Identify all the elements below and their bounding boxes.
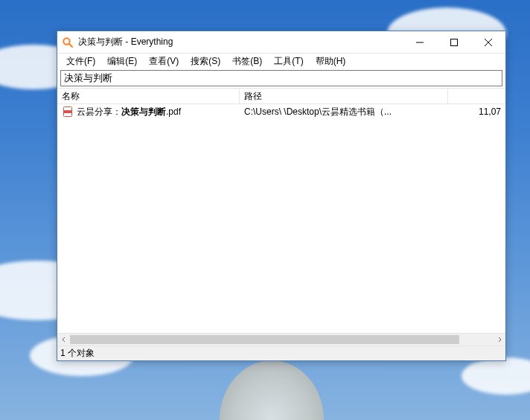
menu-search[interactable]: 搜索(S) (185, 54, 226, 69)
titlebar[interactable]: 决策与判断 - Everything (57, 31, 505, 54)
filename: 云昙分享：决策与判断.pdf (77, 106, 181, 118)
minimize-button[interactable] (403, 31, 437, 53)
app-window: 决策与判断 - Everything 文件(F) 编辑(E) 查看(V) 搜索(… (57, 31, 506, 361)
column-headers: 名称 路径 (57, 88, 505, 104)
svg-rect-3 (451, 39, 458, 45)
result-size: 11,07 (448, 106, 505, 117)
everything-app-icon (62, 36, 74, 48)
menubar: 文件(F) 编辑(E) 查看(V) 搜索(S) 书签(B) 工具(T) 帮助(H… (57, 54, 505, 69)
menu-view[interactable]: 查看(V) (143, 54, 185, 69)
window-title: 决策与判断 - Everything (78, 36, 173, 48)
menu-file[interactable]: 文件(F) (60, 54, 101, 69)
search-input[interactable] (60, 70, 502, 86)
menu-help[interactable]: 帮助(H) (310, 54, 352, 69)
maximize-button[interactable] (437, 31, 471, 53)
result-path: C:\Users\ \Desktop\云昙精选书籍（... (240, 106, 448, 118)
menu-edit[interactable]: 编辑(E) (101, 54, 143, 69)
column-header-name[interactable]: 名称 (57, 89, 240, 104)
results-list[interactable]: 云昙分享：决策与判断.pdf C:\Users\ \Desktop\云昙精选书籍… (57, 104, 505, 333)
svg-line-1 (69, 43, 72, 46)
scroll-thumb[interactable] (70, 335, 459, 344)
close-button[interactable] (471, 31, 505, 53)
scroll-left-button[interactable] (57, 334, 70, 346)
menu-tools[interactable]: 工具(T) (268, 54, 309, 69)
column-header-size[interactable] (448, 89, 505, 104)
pdf-file-icon (62, 106, 74, 118)
scroll-track[interactable] (70, 334, 493, 346)
column-header-path[interactable]: 路径 (240, 89, 448, 104)
menu-bookmarks[interactable]: 书签(B) (226, 54, 268, 69)
scroll-right-button[interactable] (493, 334, 505, 346)
statusbar: 1 个对象 (57, 346, 505, 360)
result-row[interactable]: 云昙分享：决策与判断.pdf C:\Users\ \Desktop\云昙精选书籍… (57, 104, 505, 119)
horizontal-scrollbar[interactable] (57, 333, 505, 346)
svg-rect-7 (64, 110, 72, 113)
status-text: 1 个对象 (60, 347, 95, 360)
